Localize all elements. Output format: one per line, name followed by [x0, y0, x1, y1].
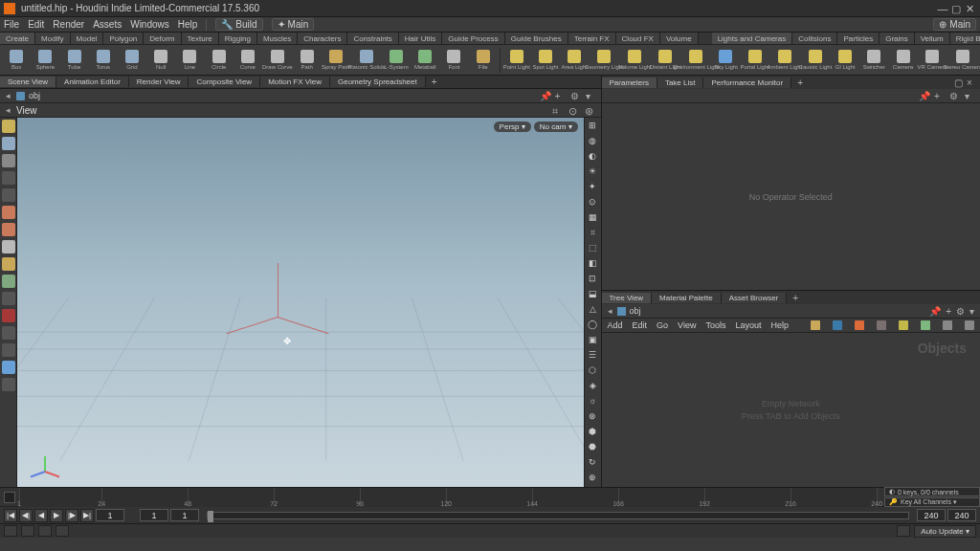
- shelf-tool-file[interactable]: File: [469, 46, 498, 75]
- gear-icon[interactable]: ⚙: [949, 91, 959, 100]
- net-tool-icon[interactable]: [943, 320, 952, 330]
- chevron-down-icon[interactable]: ▾: [586, 91, 595, 100]
- display-option-icon[interactable]: ⊙: [587, 196, 598, 208]
- pin-icon[interactable]: 📌: [929, 306, 941, 317]
- shelf-tab[interactable]: Vellum: [915, 33, 950, 44]
- status-icon-2[interactable]: [21, 525, 34, 537]
- shelf-tool-torus[interactable]: Torus: [89, 46, 118, 75]
- slider-thumb[interactable]: [208, 511, 213, 522]
- net-menu-go[interactable]: Go: [657, 320, 668, 330]
- display-option-icon[interactable]: ⬣: [587, 441, 598, 452]
- viewport-tool-icon[interactable]: [2, 137, 15, 150]
- viewport-tool-icon[interactable]: [2, 361, 15, 374]
- viewport-tool-icon[interactable]: [2, 120, 15, 133]
- snap-point-icon[interactable]: ⊙: [568, 105, 579, 116]
- shelf-tool-sphere[interactable]: Sphere: [31, 46, 59, 75]
- camera-dropdown[interactable]: No cam ▾: [534, 121, 578, 132]
- pane-tab[interactable]: Performance Monitor: [703, 77, 791, 88]
- close-pane-icon[interactable]: ×: [967, 77, 976, 87]
- shelf-tab[interactable]: Cloud FX: [616, 33, 660, 44]
- shelf-tool-path[interactable]: Path: [293, 46, 322, 75]
- frame-slider[interactable]: [207, 512, 909, 519]
- display-option-icon[interactable]: ⬢: [587, 426, 598, 437]
- net-path-crumb[interactable]: obj: [617, 306, 641, 316]
- shelf-tab[interactable]: Lights and Cameras: [712, 33, 793, 44]
- shelf-tab[interactable]: Muscles: [257, 33, 298, 44]
- display-option-icon[interactable]: △: [587, 303, 598, 315]
- path-crumb[interactable]: obj: [16, 91, 40, 100]
- net-menu-view[interactable]: View: [678, 320, 696, 330]
- shelf-tab[interactable]: Particles: [837, 33, 880, 44]
- shelf-tool-box[interactable]: Box: [2, 46, 31, 75]
- shelf-tab[interactable]: Texture: [182, 33, 219, 44]
- display-option-icon[interactable]: ☼: [587, 395, 598, 407]
- display-option-icon[interactable]: ▦: [587, 211, 598, 223]
- shelf-tool-volume-light[interactable]: Volume Light: [619, 46, 650, 75]
- view-back-icon[interactable]: ◂: [6, 105, 11, 115]
- gear-icon[interactable]: ⚙: [956, 306, 965, 317]
- shelf-tool-area-light[interactable]: Area Light: [560, 46, 589, 75]
- pane-tab[interactable]: Material Palette: [652, 293, 722, 303]
- display-option-icon[interactable]: ⊡: [587, 273, 598, 284]
- display-option-icon[interactable]: ◐: [587, 150, 598, 162]
- viewport-tool-icon[interactable]: [2, 240, 15, 253]
- shelf-tool-caustic-light[interactable]: Caustic Light: [800, 46, 831, 75]
- net-menu-layout[interactable]: Layout: [735, 320, 761, 330]
- shelf-tool-platonic-solids[interactable]: Platonic Solids: [351, 46, 382, 75]
- expand-icon[interactable]: ▢: [954, 77, 964, 87]
- net-menu-tools[interactable]: Tools: [705, 320, 725, 330]
- pane-tab[interactable]: Render View: [129, 77, 189, 87]
- shelf-tool-null[interactable]: Null: [146, 46, 175, 75]
- prev-key-button[interactable]: ◀|: [19, 509, 33, 522]
- shelf-tab[interactable]: Guide Brushes: [505, 33, 568, 44]
- display-option-icon[interactable]: ☰: [587, 349, 598, 361]
- start-frame-field[interactable]: [170, 509, 199, 521]
- pane-tab[interactable]: Parameters: [602, 77, 657, 88]
- viewport-3d[interactable]: ✥ Persp ▾ No cam ▾: [17, 118, 584, 487]
- shelf-tool-spot-light[interactable]: Spot Light: [531, 46, 560, 75]
- menu-assets[interactable]: Assets: [93, 19, 122, 30]
- minimize-button[interactable]: —: [936, 3, 949, 14]
- shelf-tool-grid[interactable]: Grid: [118, 46, 146, 75]
- shelf-tool-line[interactable]: Line: [175, 46, 204, 75]
- shelf-tool-metaball[interactable]: Metaball: [411, 46, 439, 75]
- display-option-icon[interactable]: ◯: [587, 319, 598, 330]
- display-option-icon[interactable]: ⬚: [587, 242, 598, 253]
- viewport-tool-icon[interactable]: [2, 257, 15, 271]
- snap-grid-icon[interactable]: ⌗: [552, 105, 563, 116]
- display-option-icon[interactable]: ⊗: [587, 410, 598, 422]
- range-end-field[interactable]: [947, 509, 976, 521]
- shelf-tool-font[interactable]: Font: [439, 46, 468, 75]
- shelf-tool-stereo-camera[interactable]: Stereo Camera: [947, 46, 978, 75]
- display-option-icon[interactable]: ⬓: [587, 288, 598, 299]
- display-option-icon[interactable]: ⌗: [587, 227, 598, 238]
- display-option-icon[interactable]: ⬡: [587, 364, 598, 376]
- viewport-tool-icon[interactable]: [2, 223, 15, 236]
- status-icon-1[interactable]: [4, 525, 17, 537]
- shelf-tab[interactable]: Hair Utils: [399, 33, 442, 44]
- gear-icon[interactable]: ⚙: [570, 91, 580, 100]
- snap-multi-icon[interactable]: ⊛: [585, 105, 595, 116]
- shelf-tab[interactable]: Volume: [660, 33, 699, 44]
- shelf-tool-draw-curve[interactable]: Draw Curve: [262, 46, 293, 75]
- add-tab-button[interactable]: +: [787, 292, 804, 304]
- shelf-tool-spray-paint[interactable]: Spray Paint: [322, 46, 351, 75]
- shelf-tab[interactable]: Modify: [35, 33, 71, 44]
- shelf-tool-curve[interactable]: Curve: [234, 46, 262, 75]
- menu-help[interactable]: Help: [178, 19, 198, 30]
- pane-tab[interactable]: Motion FX View: [260, 77, 330, 87]
- path-back-icon[interactable]: ◂: [6, 91, 11, 100]
- shelf-tab[interactable]: Polygon: [103, 33, 144, 44]
- shelf-tab[interactable]: Terrain FX: [568, 33, 616, 44]
- display-option-icon[interactable]: ↻: [587, 456, 598, 468]
- viewport-tool-icon[interactable]: [2, 188, 15, 202]
- net-tool-icon[interactable]: [965, 320, 974, 330]
- range-start-field[interactable]: [140, 509, 168, 521]
- play-reverse-button[interactable]: ◀: [34, 509, 48, 522]
- shelf-tool-geometry-light[interactable]: Geometry Light: [589, 46, 619, 75]
- plus-icon[interactable]: +: [555, 91, 565, 100]
- net-tool-icon[interactable]: [877, 320, 886, 330]
- viewport-tool-icon[interactable]: [2, 171, 15, 185]
- shelf-tab[interactable]: Grains: [880, 33, 915, 44]
- viewport-tool-icon[interactable]: [2, 154, 15, 167]
